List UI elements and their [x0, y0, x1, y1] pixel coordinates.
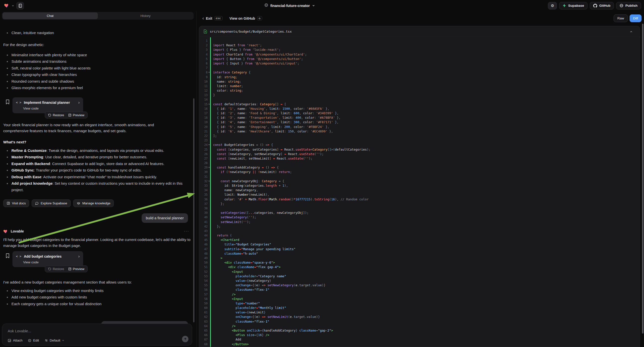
github-button[interactable]: GitHub — [590, 2, 614, 10]
line-number[interactable]: 19 — [199, 120, 208, 124]
line-number[interactable]: 43 — [199, 229, 208, 233]
edit-card-implement-financial-planner[interactable]: < > Implement financial planner › View c… — [12, 97, 83, 113]
line-number[interactable]: 21 — [199, 129, 208, 134]
lovable-logo-heart-icon[interactable] — [4, 3, 10, 9]
line-number[interactable]: 59 — [199, 301, 208, 306]
preview-button[interactable]: Preview — [68, 267, 84, 271]
line-number[interactable]: 9 — [199, 75, 208, 80]
line-number[interactable]: 5 — [199, 57, 208, 61]
bookmark-icon[interactable] — [6, 99, 10, 104]
line-number[interactable]: 65 — [199, 328, 208, 333]
line-number[interactable]: 68 — [199, 342, 208, 346]
supabase-button[interactable]: Supabase — [559, 2, 588, 10]
line-number[interactable]: 41 — [199, 220, 208, 224]
line-number[interactable]: 4 — [199, 52, 208, 57]
edit-card-add-budget-categories[interactable]: < > Add budget categories › View code — [12, 251, 83, 267]
message-more-button[interactable]: ··· — [184, 229, 189, 233]
line-number[interactable]: 12 — [199, 88, 208, 93]
line-number[interactable]: 64 — [199, 324, 208, 328]
tab-history[interactable]: History — [98, 12, 193, 19]
fold-chevron-icon[interactable] — [208, 144, 210, 145]
line-number[interactable]: 2 — [199, 43, 208, 48]
line-number[interactable]: 11 — [199, 84, 208, 88]
restore-button[interactable]: Restore — [48, 267, 64, 271]
line-number[interactable]: 16 — [199, 106, 208, 111]
attach-button[interactable]: Attach — [8, 338, 22, 342]
line-number[interactable]: 67 — [199, 337, 208, 342]
view-code-link[interactable]: View code — [23, 260, 80, 264]
bookmark-icon[interactable] — [6, 253, 10, 258]
line-number[interactable]: 27 — [199, 156, 208, 161]
line-number[interactable]: 50 — [199, 260, 208, 265]
line-number[interactable]: 52 — [199, 270, 208, 274]
line-number[interactable]: 34 — [199, 188, 208, 192]
model-selector[interactable]: Default — [44, 338, 64, 342]
line-number[interactable]: 40 — [199, 215, 208, 220]
line-number[interactable]: 31 — [199, 174, 208, 179]
line-number[interactable]: 14 — [199, 97, 208, 102]
project-switcher[interactable]: financial-future-creator — [264, 0, 315, 11]
line-number[interactable]: 66 — [199, 333, 208, 337]
line-number[interactable]: 6 — [199, 61, 208, 66]
fold-chevron-icon[interactable] — [208, 104, 210, 105]
line-number[interactable]: 51 — [199, 265, 208, 269]
settings-button[interactable]: ⚙ — [548, 2, 557, 10]
toggle-sidebar-button[interactable] — [16, 2, 24, 10]
fold-chevron-icon[interactable] — [208, 181, 210, 182]
line-number[interactable]: 10 — [199, 80, 208, 84]
line-number[interactable]: 53 — [199, 274, 208, 278]
raw-toggle-button[interactable]: Raw — [614, 14, 628, 22]
diff-toggle-button[interactable]: Diff — [630, 14, 642, 22]
line-number[interactable]: 45 — [199, 238, 208, 242]
tab-chat[interactable]: Chat — [2, 12, 98, 19]
send-button[interactable] — [182, 336, 188, 342]
code-scrollbar-thumb[interactable] — [642, 24, 644, 334]
line-number[interactable]: 36 — [199, 197, 208, 202]
visit-docs-button[interactable]: Visit docs — [3, 200, 29, 207]
line-number[interactable]: 26 — [199, 152, 208, 156]
line-number[interactable]: 42 — [199, 224, 208, 229]
line-number[interactable]: 35 — [199, 192, 208, 197]
line-number[interactable]: 38 — [199, 206, 208, 210]
line-number[interactable]: 54 — [199, 278, 208, 283]
line-number[interactable]: 44 — [199, 233, 208, 238]
line-number[interactable]: 32 — [199, 179, 208, 184]
line-number[interactable]: 60 — [199, 306, 208, 310]
collapse-file-button[interactable] — [627, 28, 635, 35]
line-number[interactable]: 39 — [199, 210, 208, 215]
line-number[interactable]: 63 — [199, 319, 208, 324]
line-number[interactable]: 24 — [199, 143, 208, 147]
line-number[interactable]: 37 — [199, 202, 208, 206]
line-number[interactable]: 23 — [199, 138, 208, 143]
view-on-github-button[interactable]: View on GitHub G — [230, 16, 262, 20]
line-number[interactable]: 56 — [199, 288, 208, 292]
line-number[interactable]: 46 — [199, 242, 208, 247]
chat-scrollbar-thumb[interactable] — [193, 98, 194, 322]
line-number[interactable]: 7 — [199, 66, 208, 70]
line-number[interactable]: 57 — [199, 292, 208, 297]
manage-knowledge-button[interactable]: Manage knowledge — [73, 200, 114, 207]
line-number[interactable]: 47 — [199, 247, 208, 252]
view-code-link[interactable]: View code — [23, 106, 80, 110]
line-number[interactable]: 18 — [199, 116, 208, 120]
workspace-chevron-down-icon[interactable] — [12, 4, 14, 8]
line-number[interactable]: 13 — [199, 93, 208, 97]
line-number[interactable]: 62 — [199, 315, 208, 319]
publish-button[interactable]: Publish — [616, 2, 641, 10]
line-number[interactable]: 1 — [199, 38, 208, 43]
file-header[interactable]: src/components/budget/BudgetCategories.t… — [199, 26, 640, 37]
line-number[interactable]: 61 — [199, 310, 208, 315]
line-number[interactable]: 25 — [199, 147, 208, 152]
line-number[interactable]: 48 — [199, 252, 208, 256]
composer-input[interactable]: Ask Lovable... — [8, 329, 31, 333]
explore-supabase-button[interactable]: Explore Supabase — [32, 200, 70, 207]
line-number[interactable]: 29 — [199, 165, 208, 170]
line-number[interactable]: 22 — [199, 134, 208, 138]
line-number[interactable]: 30 — [199, 170, 208, 174]
line-number[interactable]: 17 — [199, 111, 208, 116]
edit-mode-button[interactable]: Edit — [28, 338, 39, 342]
line-number[interactable]: 20 — [199, 125, 208, 129]
fold-chevron-icon[interactable] — [208, 72, 210, 73]
fold-chevron-icon[interactable] — [208, 167, 210, 168]
line-number[interactable]: 15 — [199, 102, 208, 106]
